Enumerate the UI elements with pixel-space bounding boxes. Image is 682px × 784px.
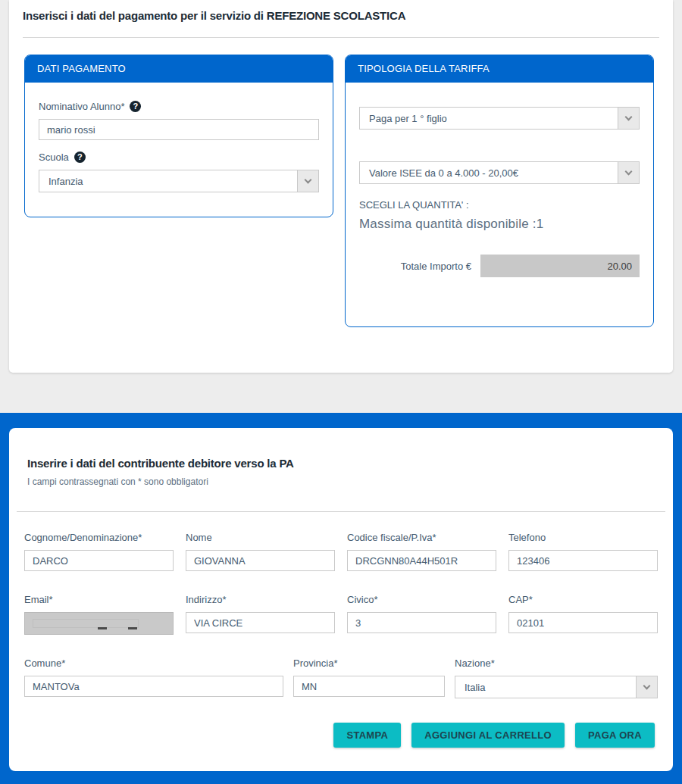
dati-pagamento-header: DATI PAGAMENTO bbox=[25, 55, 333, 83]
chevron-shape bbox=[625, 168, 633, 176]
chevron-shape bbox=[625, 114, 633, 121]
comune-label: Comune* bbox=[24, 657, 283, 669]
contribuente-card: Inserire i dati del contribuente debitor… bbox=[9, 428, 673, 771]
help-icon[interactable]: ? bbox=[74, 151, 86, 163]
chevron-shape bbox=[305, 176, 312, 184]
stampa-button[interactable]: STAMPA bbox=[333, 723, 401, 748]
tipologia-tariffa-header: TIPOLOGIA DELLA TARIFFA bbox=[346, 55, 653, 83]
telefono-input[interactable] bbox=[508, 550, 658, 571]
chevron-down-icon[interactable] bbox=[636, 676, 657, 698]
dati-pagamento-body: Nominativo Alunno* ? Scuola ? Infanzia bbox=[25, 83, 333, 192]
aggiungi-al-carrello-button[interactable]: AGGIUNGI AL CARRELLO bbox=[411, 723, 565, 748]
dati-pagamento-panel: DATI PAGAMENTO Nominativo Alunno* ? Scuo… bbox=[24, 55, 333, 217]
comune-field-group: Comune* bbox=[24, 657, 283, 698]
provincia-input[interactable] bbox=[293, 676, 445, 697]
civico-label: Civico* bbox=[347, 594, 496, 605]
telefono-label: Telefono bbox=[508, 532, 658, 543]
contribuente-subtitle: I campi contrassegnati con * sono obblig… bbox=[27, 476, 655, 487]
fields-row-1: Cognome/Denominazione* Nome Codice fisca… bbox=[24, 532, 658, 571]
indirizzo-input[interactable] bbox=[186, 612, 335, 633]
nominativo-alunno-input[interactable] bbox=[39, 119, 319, 140]
contribuente-section: Inserire i dati del contribuente debitor… bbox=[0, 413, 682, 784]
fields-row-3: Comune* Provincia* Nazione* Italia bbox=[24, 657, 658, 698]
actions-row: STAMPA AGGIUNGI AL CARRELLO PAGA ORA bbox=[9, 723, 673, 748]
scuola-label: Scuola bbox=[39, 151, 69, 163]
cognome-input[interactable] bbox=[24, 550, 174, 571]
redaction-mark bbox=[98, 627, 107, 629]
cap-field-group: CAP* bbox=[508, 594, 658, 635]
scegli-quantita-label: SCEGLI LA QUANTITA' : bbox=[359, 199, 640, 211]
provincia-label: Provincia* bbox=[293, 657, 445, 669]
cognome-label: Cognome/Denominazione* bbox=[24, 532, 174, 543]
nominativo-alunno-label-row: Nominativo Alunno* ? bbox=[39, 101, 319, 112]
redaction-mark bbox=[128, 627, 137, 629]
email-field[interactable] bbox=[24, 612, 174, 635]
totale-importo-field: 20.00 bbox=[480, 255, 640, 277]
scuola-label-row: Scuola ? bbox=[39, 151, 319, 163]
telefono-field-group: Telefono bbox=[508, 532, 658, 571]
contribuente-fields: Cognome/Denominazione* Nome Codice fisca… bbox=[9, 512, 673, 698]
cap-input[interactable] bbox=[508, 612, 658, 633]
email-label: Email* bbox=[24, 594, 174, 605]
comune-input[interactable] bbox=[24, 676, 283, 697]
cap-label: CAP* bbox=[508, 594, 658, 605]
payment-data-card: Inserisci i dati del pagamento per il se… bbox=[9, 0, 673, 373]
civico-input[interactable] bbox=[347, 612, 496, 633]
help-icon[interactable]: ? bbox=[130, 101, 141, 112]
codice-fiscale-field-group: Codice fiscale/P.Iva* bbox=[347, 532, 496, 571]
totale-importo-label: Totale Importo € bbox=[401, 261, 471, 272]
civico-field-group: Civico* bbox=[347, 594, 496, 635]
chevron-shape bbox=[643, 682, 651, 690]
provincia-field-group: Provincia* bbox=[293, 657, 445, 698]
nome-field-group: Nome bbox=[186, 532, 335, 571]
panels-row: DATI PAGAMENTO Nominativo Alunno* ? Scuo… bbox=[9, 38, 673, 327]
cognome-field-group: Cognome/Denominazione* bbox=[24, 532, 174, 571]
fields-row-2: Email* Indirizzo* Civico* CAP* bbox=[24, 594, 658, 635]
nazione-label: Nazione* bbox=[455, 657, 658, 669]
contribuente-title: Inserire i dati del contribuente debitor… bbox=[27, 457, 655, 470]
nazione-select[interactable]: Italia bbox=[455, 676, 658, 698]
indirizzo-label: Indirizzo* bbox=[186, 594, 335, 605]
contribuente-head: Inserire i dati del contribuente debitor… bbox=[9, 428, 673, 487]
section-gap bbox=[0, 373, 682, 413]
codice-fiscale-label: Codice fiscale/P.Iva* bbox=[347, 532, 496, 543]
isee-select[interactable]: Valore ISEE da 0 a 4.000 - 20,00€ bbox=[359, 161, 640, 184]
chevron-down-icon[interactable] bbox=[618, 162, 639, 183]
nome-label: Nome bbox=[186, 532, 335, 543]
massima-quantita-text: Massima quantità disponibile :1 bbox=[359, 217, 640, 232]
chevron-down-icon[interactable] bbox=[618, 108, 639, 129]
page-title: Inserisci i dati del pagamento per il se… bbox=[9, 0, 673, 22]
figlio-select[interactable]: Paga per 1 ° figlio bbox=[359, 107, 640, 130]
indirizzo-field-group: Indirizzo* bbox=[186, 594, 335, 635]
scuola-select[interactable]: Infanzia bbox=[39, 170, 319, 192]
codice-fiscale-input[interactable] bbox=[347, 550, 496, 571]
nominativo-alunno-label: Nominativo Alunno* bbox=[39, 101, 124, 112]
isee-select-value: Valore ISEE da 0 a 4.000 - 20,00€ bbox=[369, 167, 518, 179]
nazione-field-group: Nazione* Italia bbox=[455, 657, 658, 698]
figlio-select-value: Paga per 1 ° figlio bbox=[369, 113, 447, 124]
tipologia-tariffa-panel: TIPOLOGIA DELLA TARIFFA Paga per 1 ° fig… bbox=[345, 55, 654, 327]
paga-ora-button[interactable]: PAGA ORA bbox=[575, 723, 655, 748]
nazione-select-value: Italia bbox=[465, 682, 485, 693]
tipologia-tariffa-body: Paga per 1 ° figlio Valore ISEE da 0 a 4… bbox=[346, 83, 653, 277]
nome-input[interactable] bbox=[186, 550, 335, 571]
totale-importo-row: Totale Importo € 20.00 bbox=[359, 255, 640, 277]
chevron-down-icon[interactable] bbox=[297, 170, 318, 192]
email-field-group: Email* bbox=[24, 594, 174, 635]
scuola-select-value: Infanzia bbox=[48, 176, 83, 187]
